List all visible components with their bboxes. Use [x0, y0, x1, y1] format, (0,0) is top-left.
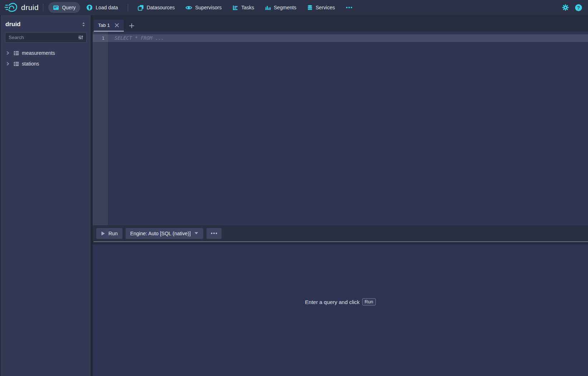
eye-icon	[185, 5, 192, 10]
help-button[interactable]: ?	[575, 4, 582, 11]
chevron-right-icon[interactable]	[5, 50, 11, 56]
gear-icon	[562, 4, 569, 11]
play-icon	[101, 231, 105, 236]
schema-title: druid	[5, 21, 21, 28]
filter-sliders-icon[interactable]	[78, 34, 84, 40]
navbar-divider	[43, 4, 43, 11]
close-icon	[115, 23, 119, 27]
nav-label: Load data	[96, 5, 118, 10]
brand-text: druid	[21, 3, 39, 12]
nav-item-load-data[interactable]: Load data	[82, 2, 122, 13]
table-name: stations	[22, 61, 39, 67]
svg-text:?: ?	[577, 5, 580, 10]
editor-active-line	[93, 34, 588, 42]
nav-label: Tasks	[241, 5, 254, 10]
upload-circle-icon	[86, 4, 93, 11]
results-empty-message: Enter a query and click Run	[305, 298, 375, 305]
nav-label: Segments	[274, 5, 296, 10]
query-editor[interactable]: 1 SELECT * FROM ...	[93, 32, 588, 225]
nav-item-query[interactable]: Query	[48, 2, 80, 13]
nav-item-tasks[interactable]: Tasks	[228, 2, 259, 13]
engine-select-button[interactable]: Engine: Auto [SQL (native)]	[126, 228, 203, 239]
nav-item-more[interactable]	[341, 2, 357, 13]
navbar-divider	[128, 4, 128, 11]
editor-placeholder: SELECT * FROM ...	[115, 35, 164, 41]
navbar-items: Query Load data Datasources	[48, 0, 358, 15]
workspace: druid	[0, 15, 588, 376]
chevron-right-icon[interactable]	[5, 61, 11, 67]
run-toolbar: Run Engine: Auto [SQL (native)]	[93, 225, 588, 241]
tree-row-measurements[interactable]: measurements	[1, 48, 91, 58]
plus-icon	[129, 23, 135, 29]
editor-gutter	[93, 32, 108, 225]
schema-sidebar: druid	[0, 15, 91, 376]
sidebar-search	[5, 32, 87, 43]
run-button-label: Run	[108, 231, 118, 236]
run-button[interactable]: Run	[96, 228, 122, 239]
schema-selector[interactable]: druid	[1, 15, 91, 32]
tab-close-button[interactable]	[114, 23, 120, 28]
top-navbar: druid Query Load data	[0, 0, 588, 15]
navbar-right: ?	[562, 4, 585, 11]
console-icon	[53, 5, 59, 11]
nav-label: Supervisors	[195, 5, 222, 10]
table-tree: measurements stations	[1, 46, 91, 69]
table-icon	[13, 50, 19, 56]
engine-label: Engine: Auto [SQL (native)]	[130, 231, 191, 236]
gantt-icon	[232, 5, 238, 11]
editor-active-gutter: 1	[93, 34, 108, 42]
stacked-bars-icon	[265, 5, 271, 11]
caret-down-icon	[194, 232, 199, 235]
tree-row-stations[interactable]: stations	[1, 58, 91, 69]
add-tab-button[interactable]	[125, 20, 138, 32]
line-number: 1	[102, 35, 105, 41]
query-tab-bar: Tab 1	[93, 15, 588, 32]
druid-console: druid Query Load data	[0, 0, 588, 376]
empty-message-text: Enter a query and click	[305, 299, 360, 305]
nav-label: Query	[62, 5, 76, 10]
panel-resize-handle[interactable]	[93, 241, 588, 245]
help-icon: ?	[575, 4, 582, 11]
query-more-button[interactable]	[206, 228, 222, 239]
table-name: measurements	[22, 50, 55, 56]
run-kbd-hint: Run	[362, 298, 376, 305]
tab-label: Tab 1	[98, 23, 110, 28]
results-panel: Enter a query and click Run	[93, 245, 588, 376]
query-workbench: Tab 1 1	[93, 15, 588, 376]
table-icon	[13, 61, 19, 67]
nav-label: Services	[316, 5, 335, 10]
layered-squares-icon	[138, 5, 144, 11]
more-dots-icon	[211, 232, 217, 234]
database-icon	[307, 5, 313, 11]
nav-item-supervisors[interactable]: Supervisors	[181, 2, 226, 13]
search-input[interactable]	[9, 35, 78, 40]
nav-item-datasources[interactable]: Datasources	[133, 2, 180, 13]
druid-logo-icon	[4, 2, 19, 13]
more-dots-icon	[346, 6, 353, 9]
nav-item-segments[interactable]: Segments	[260, 2, 301, 13]
nav-label: Datasources	[147, 5, 175, 10]
brand-home-link[interactable]: druid	[4, 2, 39, 13]
tab-tab1[interactable]: Tab 1	[94, 20, 124, 32]
settings-button[interactable]	[562, 4, 569, 11]
nav-item-services[interactable]: Services	[302, 2, 340, 13]
double-caret-vertical-icon[interactable]	[81, 21, 86, 27]
